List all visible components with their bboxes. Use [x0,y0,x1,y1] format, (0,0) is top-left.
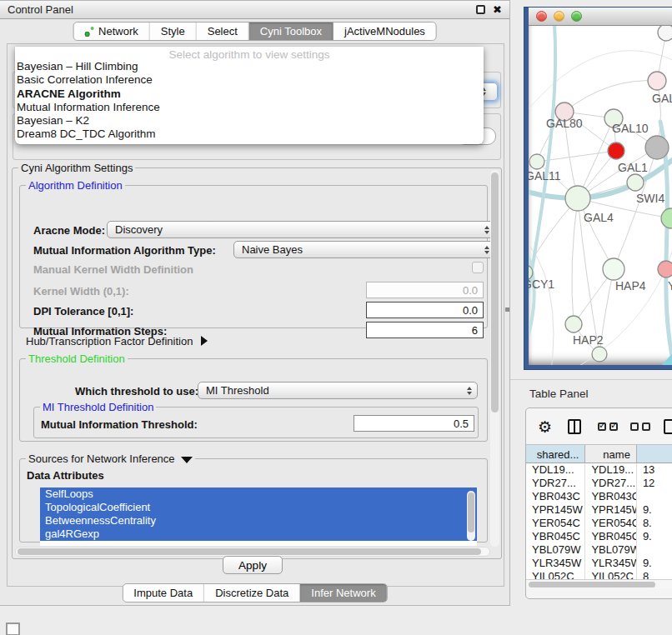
table-row[interactable]: YIL052CYIL052C8 [526,570,672,579]
cyni-algorithm-settings-group: Cyni Algorithm Settings Algorithm Defini… [12,168,502,559]
close-icon[interactable]: ✖ [493,5,502,14]
table-cell: YDR27... [585,477,636,490]
algorithm-option-bayesian-hill-climbing[interactable]: Bayesian – Hill Climbing [15,60,484,73]
aracne-mode-select[interactable]: Discovery [107,221,495,238]
close-traffic-light-icon[interactable] [536,11,547,22]
mi-steps-field[interactable]: 6 [366,322,484,338]
table-row[interactable]: YLR345WYLR345W9. [526,557,672,570]
table-panel-header: Table Panel [510,379,672,407]
attribute-selfloops[interactable]: SelfLoops [40,488,477,501]
column-header-col2[interactable] [637,445,672,462]
docked-panel-icon[interactable] [6,622,20,635]
algorithm-option-basic-correlation-inference[interactable]: Basic Correlation Inference [15,73,484,87]
table-row[interactable]: YER054CYER054C8. [526,517,672,530]
node-label: GAL10 [612,122,649,135]
unselect-all-columns-icon[interactable] [630,422,650,431]
tab-impute-data[interactable]: Impute Data [123,584,204,602]
table-row[interactable]: YBR043CYBR043C [526,490,672,503]
network-node-hap2[interactable] [565,316,582,332]
network-node[interactable] [592,347,607,362]
new-table-icon[interactable] [664,419,672,434]
algorithm-option-mutual-information-inference[interactable]: Mutual Information Inference [15,101,484,114]
select-all-columns-icon[interactable] [598,422,618,431]
network-edge[interactable] [529,230,554,365]
network-edge[interactable] [564,81,657,112]
table-horizontal-scrollbar[interactable] [526,579,672,589]
network-node[interactable] [661,208,672,228]
sources-toggle[interactable]: Sources for Network Inference [26,452,195,465]
network-node-gal11[interactable] [529,154,544,169]
node-label: GCY1 [529,278,554,291]
table-row[interactable]: YPR145WYPR145W9. [526,503,672,517]
mi-threshold-label: Mutual Information Threshold: [41,418,198,431]
table-cell: YBL079W [526,543,585,557]
tab-jactivemnodules[interactable]: jActiveMNodules [333,22,436,40]
network-canvas[interactable]: GALGAL80GAL10GAL1GAL11SWI4GAL4GCY1HAP4YH… [529,26,672,365]
tab-cyni-toolbox[interactable]: Cyni Toolbox [249,22,333,40]
splitter-handle[interactable] [505,308,509,312]
table-cell: YER054C [585,517,636,530]
network-window-titlebar[interactable] [529,8,672,26]
tab-discretize-data[interactable]: Discretize Data [204,584,300,602]
table-row[interactable]: YBR045CYBR045C9. [526,530,672,543]
table-cell: YPR145W [526,503,585,517]
kernel-width-field[interactable]: 0.0 [366,282,484,298]
node-label: HAP2 [573,333,604,347]
attribute-topologicalcoefficient[interactable]: TopologicalCoefficient [40,501,477,514]
float-panel-icon[interactable] [476,5,485,14]
hub-definition-toggle[interactable]: Hub/Transcription Factor Definition [26,335,208,348]
which-threshold-select[interactable]: MI Threshold [198,382,478,399]
tab-select[interactable]: Select [197,22,249,40]
network-node-y[interactable] [658,261,672,278]
attribute-betweennesscentrality[interactable]: BetweennessCentrality [40,514,477,528]
control-panel-tabs: NetworkStyleSelectCyni ToolboxjActiveMNo… [73,22,437,41]
table-cell: YBL079W [585,543,636,557]
node-label: Y [668,279,672,292]
table-cell: YBR045C [526,530,585,543]
attributes-scrollbar[interactable] [467,491,475,541]
dpi-tolerance-field[interactable]: 0.0 [366,302,484,318]
control-panel-window: Control Panel ✖ NetworkStyleSelectCyni T… [0,0,510,606]
network-node-gal4[interactable] [565,186,590,211]
network-node[interactable] [658,26,672,41]
table-row[interactable]: YDL19...YDL19...13 [526,463,672,477]
kernel-width-label: Kernel Width (0,1): [33,285,129,298]
network-node-gal[interactable] [648,72,666,90]
column-header-shared-[interactable]: shared... [526,445,585,462]
table-cell [637,543,672,557]
settings-group-title: Cyni Algorithm Settings [18,162,135,174]
manual-kernel-checkbox[interactable] [472,262,484,273]
mi-type-select[interactable]: Naive Bayes [233,241,495,258]
network-node-hap4[interactable] [603,258,624,280]
algorithm-option-bayesian-k2[interactable]: Bayesian – K2 [15,114,484,128]
gear-icon[interactable]: ⚙ [538,418,552,436]
expand-right-icon [201,336,208,346]
tab-style[interactable]: Style [150,22,197,40]
attribute-gal4rgexp[interactable]: gal4RGexp [40,528,477,541]
mi-threshold-field[interactable]: 0.5 [354,415,474,432]
network-graph: GALGAL80GAL10GAL1GAL11SWI4GAL4GCY1HAP4YH… [529,26,672,365]
tab-infer-network[interactable]: Infer Network [300,584,386,602]
table-row[interactable]: YDR27...YDR27...12 [526,477,672,490]
network-node-gal1[interactable] [608,142,624,159]
table-cell: YIL052C [526,570,585,579]
zoom-traffic-light-icon[interactable] [571,11,582,22]
collapse-down-icon [181,457,193,463]
column-header-name[interactable]: name [585,445,636,462]
algorithm-option-dream8-dc-tdc-algorithm[interactable]: Dream8 DC_TDC Algorithm [15,128,484,141]
node-label: GAL1 [618,161,648,174]
tab-label: Style [161,25,185,38]
apply-button[interactable]: Apply [223,556,283,574]
network-edge[interactable] [572,198,578,324]
columns-icon[interactable] [568,419,581,434]
table-cell: 9. [637,530,672,543]
algorithm-option-aracne-algorithm[interactable]: ARACNE Algorithm [15,88,484,101]
table-row[interactable]: YBL079WYBL079W [526,543,672,557]
network-node[interactable] [645,136,669,159]
settings-vertical-scrollbar[interactable] [490,170,499,547]
network-edge[interactable] [545,234,672,365]
minimize-traffic-light-icon[interactable] [554,11,564,22]
dpi-tolerance-label: DPI Tolerance [0,1]: [33,305,133,318]
tab-network[interactable]: Network [73,22,150,40]
network-node-swi4[interactable] [627,174,644,191]
